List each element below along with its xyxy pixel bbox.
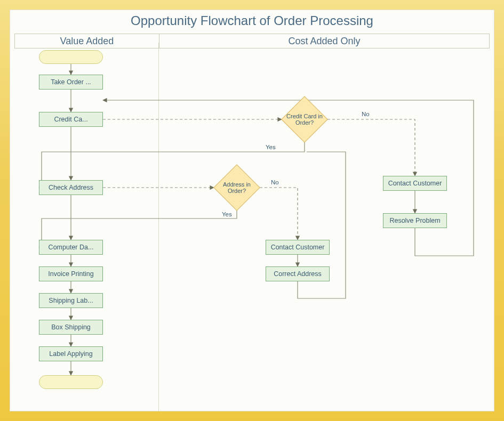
credit-ca-label: Credit Ca...	[54, 116, 87, 123]
process-correct-address: Correct Address	[266, 266, 330, 281]
label-applying-label: Label Applying	[49, 350, 92, 358]
contact-customer-2-label: Contact Customer	[388, 180, 442, 187]
decision-address-label: Address in Order?	[217, 181, 257, 194]
box-shipping-label: Box Shipping	[51, 323, 91, 331]
process-check-address: Check Address	[39, 180, 103, 195]
start-terminator	[39, 50, 103, 64]
take-order-label: Take Order ...	[51, 78, 91, 86]
invoice-printing-label: Invoice Printing	[48, 270, 93, 278]
process-credit-ca: Credit Ca...	[39, 112, 103, 127]
process-contact-customer-2: Contact Customer	[383, 176, 447, 191]
process-contact-customer-1: Contact Customer	[266, 240, 330, 255]
correct-address-label: Correct Address	[274, 270, 322, 278]
decision-credit-card: Credit Card in Order?	[281, 99, 328, 140]
process-computer-da: Computer Da...	[39, 240, 103, 255]
process-label-applying: Label Applying	[39, 346, 103, 361]
flowchart-canvas: Take Order ... Credit Ca... Check Addres…	[10, 43, 494, 411]
process-shipping-lab: Shipping Lab...	[39, 293, 103, 308]
end-terminator	[39, 375, 103, 389]
process-invoice-printing: Invoice Printing	[39, 266, 103, 281]
shipping-lab-label: Shipping Lab...	[49, 297, 93, 304]
process-resolve-problem: Resolve Problem	[383, 213, 447, 228]
edge-label-credit-no: No	[362, 111, 370, 117]
decision-credit-label: Credit Card in Order?	[284, 113, 325, 126]
check-address-label: Check Address	[49, 184, 93, 191]
decision-address: Address in Order?	[213, 167, 260, 208]
edge-label-address-no: No	[271, 179, 279, 185]
page-frame: Opportunity Flowchart of Order Processin…	[0, 0, 504, 421]
resolve-problem-label: Resolve Problem	[389, 217, 440, 224]
edge-label-credit-yes: Yes	[266, 144, 276, 150]
edge-label-address-yes: Yes	[222, 211, 232, 217]
contact-customer-1-label: Contact Customer	[271, 244, 325, 251]
computer-da-label: Computer Da...	[49, 244, 94, 251]
process-take-order: Take Order ...	[39, 75, 103, 90]
process-box-shipping: Box Shipping	[39, 320, 103, 335]
diagram-title: Opportunity Flowchart of Order Processin…	[10, 10, 494, 30]
